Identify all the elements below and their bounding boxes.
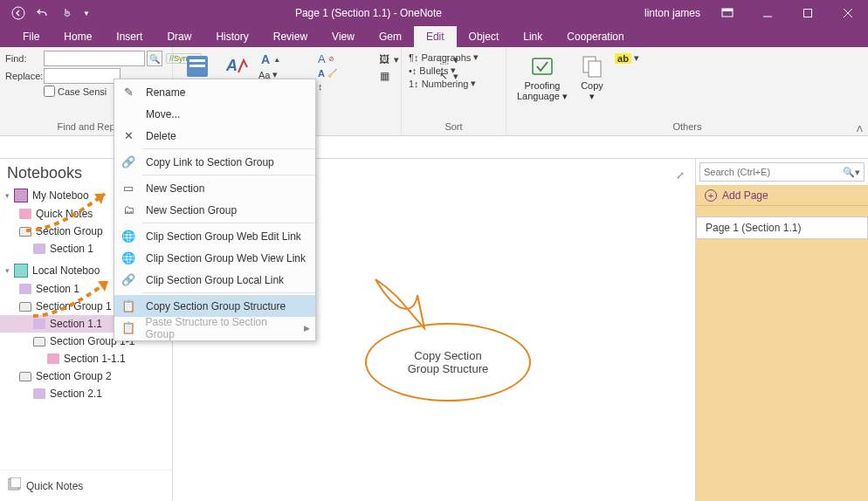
template-icon [183,52,211,80]
qat-dropdown[interactable]: ▼ [80,3,93,24]
touch-mode-button[interactable] [56,3,79,24]
ctx-rename[interactable]: ✎Rename [114,81,315,103]
svg-point-0 [12,7,24,19]
proofing-icon [528,52,556,80]
new-section-group-icon: 🗂 [120,203,137,216]
find-input[interactable] [44,51,145,66]
search-icon[interactable]: 🔍▾ [843,167,860,178]
replace-input[interactable] [44,68,121,84]
copy-structure-icon: 📋 [120,299,137,312]
svg-rect-2 [722,9,733,11]
section-item[interactable]: Section 2.1 [0,385,172,402]
copy-button[interactable]: Copy▾ [573,51,611,103]
clip-icon: 🔗 [120,273,137,286]
annotation-callout: Copy SectionGroup Structure [365,323,531,401]
ctx-copy-structure[interactable]: 📋Copy Section Group Structure [114,295,315,317]
search-input[interactable] [704,167,843,177]
annotation-arrow-2 [28,276,124,328]
section-group-item[interactable]: Section Group 2 [0,367,172,385]
tab-cooperation[interactable]: Cooperation [555,26,636,47]
search-box[interactable]: 🔍▾ [699,162,865,182]
svg-rect-13 [589,61,601,77]
tab-view[interactable]: View [320,26,367,47]
tab-file[interactable]: File [10,26,52,47]
section-group-icon [33,337,45,347]
close-button[interactable] [828,0,868,26]
user-name[interactable]: linton james [644,7,707,19]
context-menu: ✎Rename Move... ✕Delete 🔗Copy Link to Se… [114,79,316,341]
find-go-button[interactable]: 🔍 [147,51,162,66]
tab-draw[interactable]: Draw [155,26,203,47]
reset-size-button[interactable]: A⊘ [318,52,370,65]
ctx-clip-web-edit[interactable]: 🌐Clip Section Group Web Edit Link [114,225,315,247]
svg-marker-19 [98,281,108,292]
copy-icon [578,52,606,80]
delete-icon: ✕ [120,129,137,142]
clear-format-button[interactable]: A🧹 [318,68,370,79]
undo-button[interactable] [31,3,54,24]
ctx-new-section-group[interactable]: 🗂New Section Group [114,199,315,221]
ctx-new-section[interactable]: ▭New Section [114,177,315,199]
case-sensitive-label: Case Sensi [58,86,107,97]
section-group-icon [19,372,31,381]
submenu-arrow-icon: ▶ [304,324,310,333]
tab-object[interactable]: Object [457,26,512,47]
add-page-button[interactable]: + Add Page [696,185,868,206]
tab-review[interactable]: Review [261,26,320,47]
ctx-copy-link[interactable]: 🔗Copy Link to Section Group [114,151,315,173]
ctx-move[interactable]: Move... [114,103,315,125]
annotation-arrow-1 [17,187,122,239]
sort-numbering-button[interactable]: 1↕Numbering ▾ [409,78,476,89]
quick-notes-button[interactable]: Quick Notes [0,470,172,501]
clip-icon: 🌐 [120,230,137,243]
collapse-ribbon-button[interactable]: ᐱ [857,124,863,134]
others-group-label: Others [506,121,868,135]
increase-font-button[interactable]: A▴ [258,52,311,66]
pages-panel: 🔍▾ + Add Page Page 1 (Section 1.1) [695,159,868,501]
paste-icon: 📋 [120,321,136,334]
tab-home[interactable]: Home [52,26,104,47]
section-icon [33,244,45,254]
page-list-item[interactable]: Page 1 (Section 1.1) [696,216,868,239]
svg-rect-4 [804,10,812,17]
minimize-button[interactable] [747,0,788,26]
case-sensitive-checkbox[interactable] [44,86,55,97]
svg-text:A: A [225,57,238,74]
tab-link[interactable]: Link [511,26,555,47]
tab-edit[interactable]: Edit [414,26,457,47]
ctx-clip-web-view[interactable]: 🌐Clip Section Group Web View Link [114,247,315,269]
maximize-button[interactable] [788,0,828,26]
sort-bullets-button[interactable]: •↕Bullets ▾ [409,65,456,76]
quick-access-toolbar: ▼ [0,3,93,24]
ctx-delete[interactable]: ✕Delete [114,125,315,147]
sort-group-label: Sort [402,121,506,135]
highlight-button[interactable]: ab▾ [615,52,667,64]
quick-styles-icon: A [222,52,250,80]
notebook-icon [14,264,28,278]
sort-group: ¶↕Paragraphs ▾ •↕Bullets ▾ 1↕Numbering ▾… [402,47,506,135]
quick-notes-icon [7,477,21,494]
tab-insert[interactable]: Insert [104,26,155,47]
replace-label: Replace: [5,71,44,81]
clip-icon: 🌐 [120,251,137,264]
rename-icon: ✎ [120,86,137,99]
tab-gem[interactable]: Gem [367,26,414,47]
title-bar: ▼ Page 1 (Section 1.1) - OneNote linton … [0,0,868,26]
section-icon [47,353,59,364]
fullscreen-button[interactable]: ⤢ [676,169,685,182]
back-button[interactable] [7,3,30,24]
ctx-paste-structure: 📋Paste Structure to Section Group▶ [114,317,315,339]
svg-rect-9 [189,65,205,67]
others-group: ProofingLanguage ▾ Copy▾ ab▾ Others [506,47,868,135]
sort-paragraphs-button[interactable]: ¶↕Paragraphs ▾ [409,51,479,63]
line-spacing-button[interactable]: ↕ [318,81,370,92]
tab-history[interactable]: History [203,26,260,47]
section-item[interactable]: Section 1-1.1 [0,350,172,367]
ctx-clip-local[interactable]: 🔗Clip Section Group Local Link [114,269,315,291]
find-label: Find: [5,53,44,64]
proofing-language-button[interactable]: ProofingLanguage ▾ [512,51,573,103]
svg-rect-8 [189,59,205,62]
section-icon [33,388,45,399]
ribbon-display-button[interactable] [707,0,747,26]
add-icon: + [705,189,717,202]
